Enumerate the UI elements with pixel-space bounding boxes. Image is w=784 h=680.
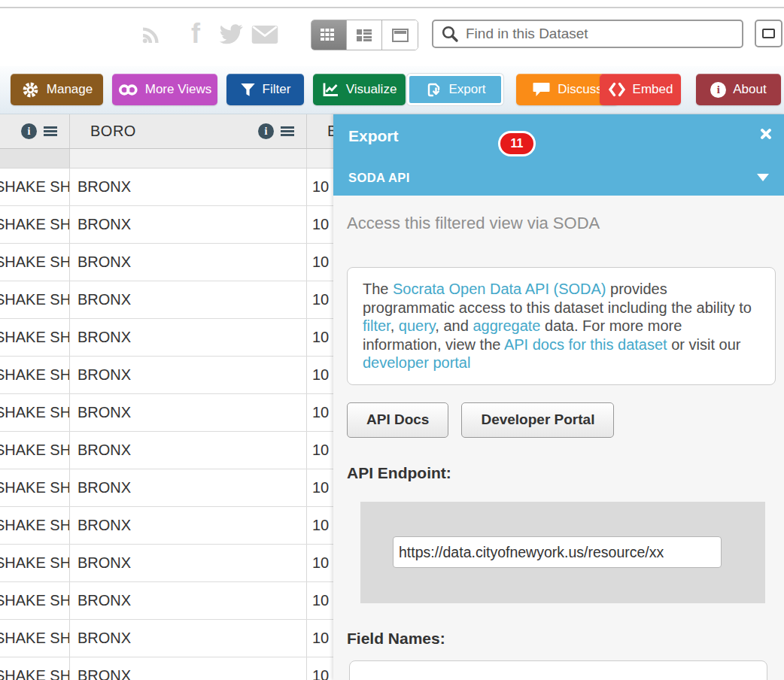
table-row[interactable]: SHAKE SHBRONX10: [0, 168, 354, 206]
dataset-table: i BORO i B SHAKE SHBRONX10SHAKE SHBRONX1…: [0, 114, 354, 680]
close-icon[interactable]: [758, 127, 772, 141]
table-row[interactable]: SHAKE SHBRONX10: [0, 507, 354, 545]
speech-bubble-icon: [532, 81, 551, 98]
api-endpoint-box: [360, 502, 765, 603]
cell-dba: SHAKE SH: [0, 168, 70, 205]
table-row[interactable]: SHAKE SHBRONX10: [0, 620, 354, 657]
column-header-dba[interactable]: i: [0, 114, 70, 148]
soda-api-section-bar[interactable]: SODA API: [333, 159, 784, 196]
table-row[interactable]: SHAKE SHBRONX10: [0, 319, 354, 357]
email-icon[interactable]: [251, 25, 278, 44]
more-views-button[interactable]: More Views: [112, 74, 217, 105]
cell-dba: SHAKE SH: [0, 545, 70, 581]
cell-boro: BRONX: [70, 657, 307, 680]
more-views-icon: [118, 83, 138, 96]
manage-label: Manage: [47, 82, 93, 97]
cell-dba: SHAKE SH: [0, 469, 70, 506]
cell-dba: SHAKE SH: [0, 244, 70, 281]
grid-view-button[interactable]: [311, 20, 347, 50]
code-brackets-icon: [608, 82, 626, 97]
facebook-icon[interactable]: f: [191, 18, 200, 50]
column-info-icon[interactable]: i: [258, 123, 274, 139]
manage-button[interactable]: Manage: [11, 74, 103, 105]
table-row[interactable]: SHAKE SHBRONX10: [0, 582, 354, 620]
field-names-label: Field Names:: [347, 630, 775, 648]
fullscreen-icon: [762, 29, 775, 38]
divider: [0, 7, 784, 8]
cell-boro: BRONX: [70, 507, 307, 544]
api-endpoint-input[interactable]: [393, 536, 722, 568]
column-header-boro[interactable]: BORO i: [70, 114, 307, 148]
export-button[interactable]: Export: [407, 74, 503, 105]
table-row[interactable]: SHAKE SHBRONX10: [0, 281, 354, 319]
column-menu-icon[interactable]: [281, 126, 294, 136]
gear-icon: [21, 80, 40, 99]
cell-boro: BRONX: [70, 620, 307, 657]
cell-boro: BRONX: [70, 582, 307, 619]
filter-button[interactable]: Filter: [226, 74, 304, 105]
export-icon: [424, 81, 442, 99]
rich-list-view-button[interactable]: [347, 20, 382, 50]
about-button[interactable]: i About: [696, 74, 781, 105]
column-menu-icon[interactable]: [44, 126, 57, 136]
api-button-row: API Docs Developer Portal: [347, 402, 775, 438]
column-info-icon[interactable]: i: [21, 123, 37, 139]
rss-icon[interactable]: [138, 23, 163, 48]
table-row[interactable]: SHAKE SHBRONX10: [0, 206, 354, 244]
inline-link[interactable]: developer portal: [363, 354, 470, 371]
cell-dba: SHAKE SH: [0, 357, 70, 393]
inline-link[interactable]: filter: [363, 317, 390, 334]
paragraph-text: , and: [435, 317, 473, 334]
page-view-icon: [391, 28, 409, 43]
line-chart-icon: [322, 82, 339, 98]
field-row: CAMIS camis: [369, 678, 747, 680]
page-view-button[interactable]: [382, 20, 418, 50]
twitter-icon[interactable]: [218, 24, 244, 45]
cell-dba: SHAKE SH: [0, 432, 70, 469]
top-bar: f: [0, 0, 784, 66]
cell-boro: BRONX: [70, 545, 307, 581]
inline-link[interactable]: API docs for this dataset: [504, 336, 667, 353]
soda-subtitle: Access this filtered view via SODA: [347, 214, 775, 233]
visualize-button[interactable]: Visualize: [313, 74, 406, 105]
rich-list-view-icon: [355, 28, 373, 43]
cell-dba: SHAKE SH: [0, 657, 70, 680]
info-icon: i: [710, 82, 726, 98]
grid-view-icon: [320, 28, 338, 43]
table-row[interactable]: SHAKE SHBRONX10: [0, 357, 354, 394]
cell-boro: BRONX: [70, 432, 307, 469]
field-api-name: camis: [708, 678, 747, 680]
fullscreen-button[interactable]: [755, 20, 782, 47]
table-header-row: i BORO i B: [0, 114, 354, 149]
table-row[interactable]: SHAKE SHBRONX10: [0, 394, 354, 432]
discuss-label: Discuss: [558, 82, 603, 97]
table-row[interactable]: SHAKE SHBRONX10: [0, 432, 354, 469]
funnel-icon: [240, 82, 256, 98]
cell-dba: SHAKE SH: [0, 620, 70, 657]
cell-dba: SHAKE SH: [0, 319, 70, 356]
panel-title: Export: [348, 127, 769, 145]
table-row[interactable]: SHAKE SHBRONX10: [0, 469, 354, 507]
cell-boro: BRONX: [70, 206, 307, 243]
inline-link[interactable]: query: [399, 317, 436, 334]
inline-link[interactable]: Socrata Open Data API (SODA): [393, 281, 606, 297]
discuss-count-badge: 11: [498, 131, 536, 156]
table-row[interactable]: SHAKE SHBRONX10: [0, 545, 354, 582]
api-docs-button[interactable]: API Docs: [347, 402, 448, 438]
paragraph-text: ,: [390, 317, 399, 334]
inline-link[interactable]: aggregate: [473, 317, 540, 334]
soda-paragraph: The Socrata Open Data API (SODA) provide…: [347, 267, 776, 385]
developer-portal-button[interactable]: Developer Portal: [461, 402, 614, 438]
embed-button[interactable]: Embed: [600, 74, 681, 105]
export-panel-header: Export SODA API: [333, 114, 784, 196]
paragraph-text: The: [363, 281, 393, 297]
column-title: BORO: [90, 123, 251, 140]
api-endpoint-label: API Endpoint:: [347, 464, 775, 482]
export-label: Export: [448, 82, 485, 97]
visualize-label: Visualize: [346, 82, 397, 97]
table-subheader-strip: [0, 149, 354, 168]
search-input[interactable]: [466, 26, 742, 42]
cell-boro: BRONX: [70, 394, 307, 431]
table-row[interactable]: SHAKE SHBRONX10: [0, 244, 354, 281]
table-row[interactable]: SHAKE SHBRONX10: [0, 657, 354, 680]
